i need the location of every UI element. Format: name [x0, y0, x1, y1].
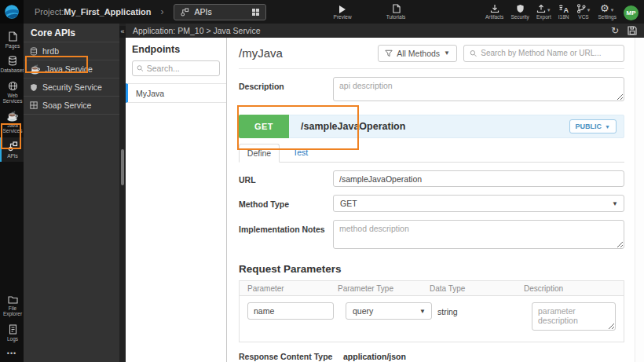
- pages-icon: [8, 31, 17, 42]
- all-methods-filter-button[interactable]: All Methods ▼: [378, 45, 457, 62]
- sidebar-item-databases[interactable]: Databases: [0, 52, 24, 76]
- scrollbar-thumb[interactable]: [121, 149, 124, 185]
- more-options-button[interactable]: •••: [0, 345, 24, 362]
- visibility-dropdown[interactable]: PUBLIC ▼: [569, 119, 617, 133]
- response-content-type-value: application/json: [343, 352, 406, 361]
- tutorials-icon: [392, 3, 401, 13]
- operation-header[interactable]: GET /sampleJavaOperation PUBLIC ▼: [239, 115, 624, 138]
- caret-down-icon: ▼: [612, 200, 618, 207]
- sidebar-item-logs[interactable]: Logs: [0, 320, 24, 345]
- parameter-description-textarea[interactable]: [532, 302, 616, 331]
- core-apis-item-soap-service[interactable]: Soap Service: [24, 97, 119, 115]
- table-row: query ▼ string: [240, 296, 624, 342]
- endpoints-search[interactable]: [132, 60, 220, 76]
- caret-down-icon: ▼: [419, 308, 426, 315]
- shield-icon: [516, 3, 525, 13]
- breadcrumb: Application: PM_10 > Java Service: [133, 26, 261, 35]
- caret-down-icon: ▼: [444, 49, 450, 57]
- sidebar-item-apis[interactable]: APIs: [0, 137, 24, 162]
- core-apis-item-hrdb[interactable]: hrdb: [24, 42, 119, 60]
- endpoints-panel: Endpoints MyJava: [126, 38, 227, 362]
- operation-tabs: Define Test: [239, 143, 624, 163]
- endpoint-item-myjava[interactable]: MyJava: [126, 83, 226, 103]
- vcs-button[interactable]: ▼ VCS: [576, 3, 591, 20]
- export-button[interactable]: ▼ Export: [536, 3, 551, 20]
- description-textarea[interactable]: [333, 77, 624, 101]
- endpoints-search-input[interactable]: [147, 64, 215, 73]
- tutorials-button[interactable]: Tutorials: [386, 3, 406, 20]
- user-avatar[interactable]: MP: [624, 5, 639, 20]
- security-button[interactable]: Security: [510, 3, 529, 20]
- database-icon: [30, 47, 38, 56]
- java-coffee-icon: ☕: [7, 112, 19, 121]
- panel-divider: «: [119, 24, 126, 362]
- i18n-button[interactable]: A I18N: [558, 3, 569, 20]
- sidebar-item-file-explorer[interactable]: File Explorer: [0, 291, 24, 320]
- column-header: Data Type: [430, 284, 524, 293]
- endpoints-title: Endpoints: [126, 38, 226, 60]
- core-apis-item-java-service[interactable]: ☕ Java Service: [24, 60, 119, 79]
- sidebar-item-java-services[interactable]: ☕ Java Services: [0, 108, 24, 137]
- settings-button[interactable]: ⚙▼ Settings: [598, 3, 617, 20]
- response-content-type-label: Response Content Type: [239, 352, 343, 361]
- main-scrollbar[interactable]: [635, 38, 644, 362]
- caret-down-icon: ▼: [605, 124, 610, 130]
- chevron-right-icon: ›: [161, 6, 164, 17]
- column-header: Description: [524, 284, 624, 293]
- page-title: /myJava: [239, 46, 283, 60]
- caret-down-icon: ▼: [587, 8, 591, 13]
- core-apis-title: Core APIs: [24, 24, 119, 42]
- tab-test[interactable]: Test: [280, 148, 321, 162]
- apis-tab[interactable]: APIs: [174, 4, 266, 20]
- core-apis-item-security-service[interactable]: Security Service: [24, 79, 119, 97]
- method-badge: GET: [239, 115, 289, 138]
- i18n-icon: A: [558, 3, 569, 13]
- collapse-panel-button[interactable]: «: [119, 26, 126, 38]
- sidebar-item-web-services[interactable]: Web Services: [0, 77, 24, 108]
- operation-path: /sampleJavaOperation: [301, 121, 405, 132]
- parameter-type-select[interactable]: query ▼: [346, 302, 432, 320]
- request-parameters-title: Request Parameters: [239, 263, 624, 275]
- implementation-notes-textarea[interactable]: [333, 220, 624, 249]
- play-icon: [339, 3, 346, 13]
- url-input[interactable]: [333, 170, 624, 187]
- save-icon[interactable]: [628, 26, 637, 35]
- logs-icon: [9, 324, 17, 335]
- export-icon: [536, 4, 546, 13]
- description-label: Description: [239, 77, 333, 104]
- search-icon: [137, 64, 144, 72]
- implementation-notes-label: Implementation Notes: [239, 220, 333, 252]
- soap-icon: [30, 101, 38, 109]
- search-icon: [470, 49, 477, 57]
- app-window: Project:My_First_Application › APIs Prev…: [0, 0, 644, 362]
- grid-icon[interactable]: [252, 9, 259, 16]
- api-tab-icon: [181, 8, 189, 16]
- preview-button[interactable]: Preview: [334, 3, 352, 20]
- core-apis-panel: Core APIs hrdb ☕ Java Service Security S…: [24, 24, 119, 362]
- folder-icon: [8, 295, 18, 304]
- project-name[interactable]: Project:My_First_Application: [35, 7, 152, 16]
- wavemaker-logo-icon[interactable]: [0, 0, 24, 24]
- shield-icon: [30, 83, 38, 92]
- method-search[interactable]: [463, 45, 624, 62]
- refresh-icon[interactable]: ↻: [611, 26, 619, 35]
- url-label: URL: [239, 170, 333, 187]
- parameter-name-input[interactable]: [247, 302, 334, 320]
- method-search-input[interactable]: [481, 49, 618, 57]
- java-coffee-icon: ☕: [30, 64, 41, 75]
- breadcrumb-bar: Application: PM_10 > Java Service ↻: [126, 24, 644, 38]
- caret-down-icon: ▼: [610, 8, 615, 13]
- tab-define[interactable]: Define: [239, 144, 280, 163]
- apis-tab-label: APIs: [195, 7, 247, 16]
- sidebar-item-pages[interactable]: Pages: [0, 27, 24, 52]
- left-icon-rail: Pages Databases Web Services ☕ Java Serv…: [0, 24, 24, 362]
- artifacts-icon: [490, 3, 499, 13]
- request-parameters-table: Parameter Parameter Type Data Type Descr…: [239, 280, 624, 342]
- vcs-branch-icon: [576, 4, 586, 13]
- caret-down-icon: ▼: [547, 8, 551, 13]
- artifacts-button[interactable]: Artifacts: [485, 3, 503, 20]
- column-header: Parameter Type: [338, 284, 430, 293]
- column-header: Parameter: [240, 284, 338, 293]
- method-type-select[interactable]: GET ▼: [333, 195, 624, 212]
- top-bar: Project:My_First_Application › APIs Prev…: [0, 0, 644, 24]
